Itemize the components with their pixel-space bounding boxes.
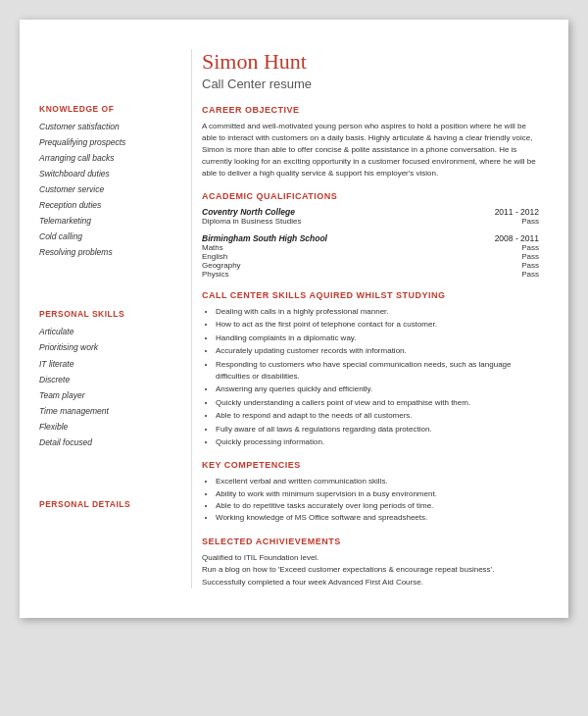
- qual-entry: Coventry North College2011 - 2012Diploma…: [202, 207, 539, 226]
- call-center-skills-heading: CALL CENTER SKILLS AQUIRED WHILST STUDYI…: [202, 290, 539, 300]
- header: Simon Hunt Call Center resume: [202, 49, 539, 91]
- competency-item: Ability to work with minimum supervision…: [216, 488, 539, 500]
- qual-header-row: Coventry North College2011 - 2012: [202, 207, 539, 217]
- achievement-item: Run a blog on how to 'Exceed customer ex…: [202, 564, 539, 576]
- personal-skill-item: Articulate: [39, 327, 176, 337]
- personal-skill-item: Flexible: [39, 422, 176, 433]
- achievement-item: Successfully completed a four week Advan…: [202, 577, 539, 588]
- personal-skill-item: Team player: [39, 390, 176, 401]
- call-center-skill-item: How to act as the first point of telepho…: [216, 319, 539, 331]
- personal-skill-item: IT literate: [39, 359, 176, 370]
- call-center-skill-item: Able to respond and adapt to the needs o…: [216, 410, 539, 422]
- knowledge-item: Cold calling: [39, 231, 176, 242]
- personal-skills-items: ArticulatePrioritising workIT literateDi…: [39, 327, 176, 447]
- personal-skills-heading: PERSONAL SKILLS: [39, 309, 176, 319]
- achievements-text: Qualified to ITIL Foundation level.Run a…: [202, 552, 539, 588]
- qual-subject-row: Diploma in Business StudiesPass: [202, 217, 539, 226]
- knowledge-item: Reception duties: [39, 200, 176, 211]
- academic-entries: Coventry North College2011 - 2012Diploma…: [202, 207, 539, 279]
- qual-result: Pass: [521, 243, 539, 252]
- candidate-name: Simon Hunt: [202, 49, 539, 75]
- qual-subject-name: Geography: [202, 261, 241, 270]
- call-center-skills-list: Dealing with calls in a highly professio…: [202, 306, 539, 448]
- qual-subject-row: MathsPass: [202, 243, 539, 252]
- qual-header-row: Birmingham South High School2008 - 2011: [202, 233, 539, 243]
- call-center-skill-item: Responding to customers who have special…: [216, 359, 539, 384]
- qual-school: Birmingham South High School: [202, 233, 327, 243]
- qual-year: 2008 - 2011: [495, 233, 539, 243]
- qual-year: 2011 - 2012: [495, 207, 539, 217]
- call-center-skill-item: Quickly understanding a callers point of…: [216, 397, 539, 409]
- qual-result: Pass: [521, 217, 539, 226]
- knowledge-item: Arranging call backs: [39, 153, 176, 164]
- personal-skill-item: Time management: [39, 406, 176, 417]
- knowledge-section: KNOWLEDGE OF Customer satisfactionPrequa…: [39, 104, 176, 258]
- call-center-skill-item: Answering any queries quickly and effici…: [216, 384, 539, 395]
- qual-result: Pass: [521, 261, 539, 270]
- qual-subject-row: GeographyPass: [202, 261, 539, 270]
- competencies-list: Excellent verbal and written communicati…: [202, 476, 539, 525]
- knowledge-item: Telemarketing: [39, 216, 176, 227]
- qual-result: Pass: [521, 270, 539, 279]
- main-content: Simon Hunt Call Center resume CAREER OBJ…: [191, 49, 539, 588]
- qual-subject-name: Physics: [202, 270, 229, 279]
- qual-school: Coventry North College: [202, 207, 295, 217]
- qual-entry: Birmingham South High School2008 - 2011M…: [202, 233, 539, 279]
- knowledge-items: Customer satisfactionPrequalifying prosp…: [39, 122, 176, 258]
- key-competencies-heading: KEY COMPETENCIES: [202, 460, 539, 470]
- qual-subject-name: Maths: [202, 243, 223, 252]
- personal-skills-section: PERSONAL SKILLS ArticulatePrioritising w…: [39, 309, 176, 447]
- academic-qualifications-heading: ACADEMIC QUALIFICATIONS: [202, 191, 539, 201]
- achievement-item: Qualified to ITIL Foundation level.: [202, 552, 539, 564]
- sidebar: KNOWLEDGE OF Customer satisfactionPrequa…: [39, 49, 191, 588]
- qual-result: Pass: [521, 252, 539, 261]
- career-objective-heading: CAREER OBJECTIVE: [202, 105, 539, 115]
- selected-achievements-heading: SELECTED ACHIVIEVEMENTS: [202, 537, 539, 546]
- knowledge-item: Customer service: [39, 184, 176, 195]
- qual-subject-row: PhysicsPass: [202, 270, 539, 279]
- resume-title: Call Center resume: [202, 77, 539, 91]
- call-center-skill-item: Quickly processing information.: [216, 436, 539, 448]
- resume-page: KNOWLEDGE OF Customer satisfactionPrequa…: [20, 20, 568, 618]
- career-objective-text: A committed and well-motivated young per…: [202, 121, 539, 179]
- resume-layout: KNOWLEDGE OF Customer satisfactionPrequa…: [39, 49, 539, 588]
- qual-subject-name: Diploma in Business Studies: [202, 217, 301, 226]
- competency-item: Working knowledge of MS Office software …: [216, 512, 539, 524]
- knowledge-item: Resolving problems: [39, 247, 176, 258]
- knowledge-heading: KNOWLEDGE OF: [39, 104, 176, 114]
- knowledge-item: Prequalifying prospects: [39, 137, 176, 148]
- competency-item: Excellent verbal and written communicati…: [216, 476, 539, 487]
- personal-skill-item: Prioritising work: [39, 342, 176, 353]
- qual-subject-name: English: [202, 252, 227, 261]
- qual-subject-row: EnglishPass: [202, 252, 539, 261]
- competency-item: Able to do repetitive tasks accurately o…: [216, 500, 539, 512]
- call-center-skill-item: Fully aware of all laws & regulations re…: [216, 424, 539, 435]
- personal-details-heading: PERSONAL DETAILS: [39, 499, 176, 509]
- call-center-skill-item: Dealing with calls in a highly professio…: [216, 306, 539, 318]
- call-center-skill-item: Handling complaints in a diplomatic way.: [216, 332, 539, 344]
- call-center-skill-item: Accurately updating customer records wit…: [216, 345, 539, 357]
- personal-details-section: PERSONAL DETAILS: [39, 499, 176, 509]
- knowledge-item: Switchboard duties: [39, 169, 176, 179]
- personal-skill-item: Detail focused: [39, 437, 176, 448]
- knowledge-item: Customer satisfaction: [39, 122, 176, 132]
- personal-skill-item: Discrete: [39, 375, 176, 385]
